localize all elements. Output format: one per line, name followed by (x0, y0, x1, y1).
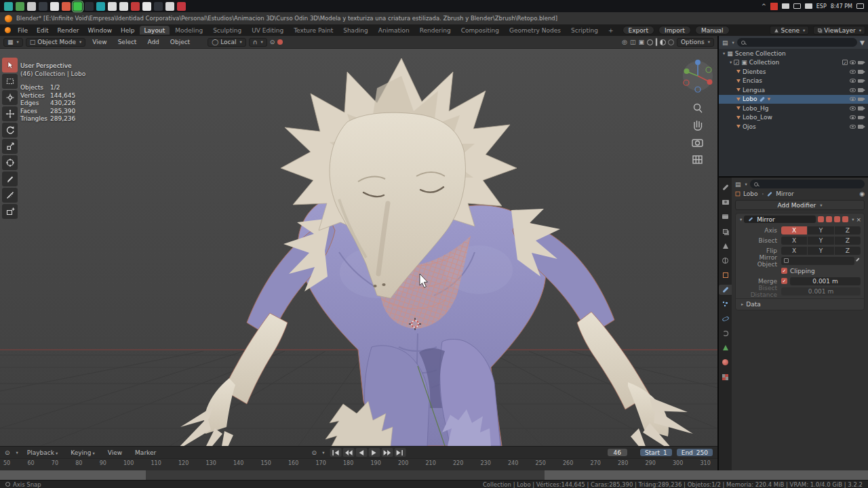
language-indicator[interactable]: ESP (816, 3, 827, 9)
eyedropper-icon[interactable] (855, 258, 861, 264)
workspace-tab-modeling[interactable]: Modeling (170, 26, 208, 35)
axis-z-toggle[interactable]: Z (835, 226, 861, 235)
workspace-tab-layout[interactable]: Layout (140, 26, 170, 35)
add-modifier-dropdown[interactable]: Add Modifier▾ (735, 200, 865, 210)
merge-checkbox[interactable]: ✓ (781, 278, 787, 284)
menu-help[interactable]: Help (117, 26, 139, 35)
rendered-shading-icon[interactable] (668, 39, 674, 45)
mirror-object-field[interactable] (781, 257, 854, 265)
taskbar-app-icon[interactable] (165, 2, 174, 11)
manual-toggle[interactable]: Manual (695, 26, 730, 35)
xray-toggle-icon[interactable]: ▣ (638, 39, 644, 45)
jump-to-start-button[interactable] (330, 448, 341, 457)
hide-eye-icon[interactable] (850, 60, 856, 64)
snap-toggle[interactable]: ∩▾ (249, 38, 267, 47)
taskbar-app-icon-active[interactable] (73, 2, 82, 11)
outliner-editor-chevron[interactable]: ▾ (732, 40, 734, 45)
render-visibility-icon[interactable] (858, 125, 863, 129)
wireframe-shading-icon[interactable] (647, 39, 653, 45)
outliner-row-object[interactable]: Lobo_Low (719, 113, 868, 123)
play-button[interactable] (368, 448, 380, 457)
taskbar-app-icon[interactable] (142, 2, 151, 11)
tab-texture-icon[interactable] (719, 372, 732, 382)
current-frame-field[interactable]: 46 (608, 449, 627, 456)
menu-file[interactable]: File (14, 26, 32, 35)
hide-eye-icon[interactable] (850, 79, 856, 83)
tool-select-box-button[interactable] (2, 74, 18, 89)
workspace-tab-scripting[interactable]: Scripting (566, 26, 603, 35)
taskbar-app-icon[interactable] (96, 2, 105, 11)
workspace-tab-texture-paint[interactable]: Texture Paint (289, 26, 338, 35)
proportional-edit-icon[interactable]: ⊙ (270, 39, 275, 45)
menu-edit[interactable]: Edit (33, 26, 52, 35)
render-visibility-icon[interactable] (858, 70, 863, 74)
show-gizmo-icon[interactable]: ◎ (622, 39, 627, 45)
frame-end-field[interactable]: End250 (677, 449, 713, 456)
pan-hand-icon[interactable] (694, 121, 702, 130)
export-button[interactable]: Export (623, 26, 654, 35)
outliner-row-object-selected[interactable]: Lobo (719, 95, 868, 104)
camera-view-icon[interactable] (692, 140, 703, 146)
taskbar-app-icon[interactable] (131, 2, 140, 11)
modifier-name-field[interactable]: Mirror (744, 216, 816, 223)
render-visibility-icon[interactable] (858, 116, 863, 120)
frame-start-field[interactable]: Start1 (640, 449, 672, 456)
orientation-gizmo[interactable] (683, 60, 713, 92)
hide-eye-icon[interactable] (850, 88, 856, 92)
workspace-tab-shading[interactable]: Shading (338, 26, 373, 35)
import-button[interactable]: Import (658, 26, 691, 35)
tool-move-button[interactable] (2, 106, 18, 121)
menu-render[interactable]: Render (54, 26, 83, 35)
tray-network-icon[interactable] (805, 3, 812, 9)
app-menu-icon[interactable] (5, 27, 11, 33)
scene-selector[interactable]: Scene▾ (770, 26, 810, 35)
hide-eye-icon[interactable] (850, 97, 856, 101)
notification-icon[interactable] (856, 3, 864, 9)
toggle-cage-icon[interactable] (842, 216, 848, 222)
viewlayer-selector[interactable]: ViewLayer▾ (813, 26, 865, 35)
timeline-ruler[interactable]: 50 60 70 80 90 100 110 120 130 140 150 1… (0, 458, 717, 470)
tray-app-icon[interactable] (770, 3, 778, 10)
outliner-filter-icon[interactable]: ▼ (860, 39, 865, 46)
disclosure-icon[interactable]: ▾ (730, 60, 732, 65)
data-section-header[interactable]: ▸ Data (736, 298, 864, 308)
workspace-tab-compositing[interactable]: Compositing (456, 26, 504, 35)
menu-object[interactable]: Object (166, 38, 194, 46)
modifier-extras-icon[interactable]: ▾ (852, 217, 854, 222)
hide-eye-icon[interactable] (850, 115, 856, 119)
outliner-row-scene-collection[interactable]: ▾ ▦ Scene Collection (719, 49, 868, 58)
3d-viewport-canvas[interactable] (0, 49, 717, 446)
taskbar-app-icon[interactable] (62, 2, 71, 11)
flip-z-toggle[interactable]: Z (835, 247, 861, 255)
menu-view-timeline[interactable]: View (104, 449, 126, 457)
outliner-row-object[interactable]: Ojos (719, 122, 868, 131)
taskbar-app-icon[interactable] (85, 2, 94, 11)
proportional-falloff-icon[interactable] (277, 39, 283, 45)
pin-icon[interactable]: ◉ (859, 190, 865, 197)
tab-render-icon[interactable] (719, 197, 732, 207)
menu-marker[interactable]: Marker (131, 449, 160, 457)
toggle-realtime-icon[interactable] (826, 216, 832, 222)
workspace-tab-uv-editing[interactable]: UV Editing (247, 26, 288, 35)
taskbar-app-icon[interactable] (177, 2, 186, 11)
tool-cursor-button[interactable] (2, 90, 18, 105)
mode-selector[interactable]: □Object Mode▾ (26, 38, 85, 47)
breadcrumb-modifier[interactable]: Mirror (776, 190, 794, 197)
taskbar-app-icon[interactable] (119, 2, 128, 11)
menu-add[interactable]: Add (143, 38, 163, 46)
outliner-row-object[interactable]: Dientes (719, 67, 868, 77)
render-visibility-icon[interactable] (858, 61, 863, 65)
properties-editor-icon[interactable]: ▤ (735, 181, 741, 188)
transform-orientation-selector[interactable]: ◯Local▾ (208, 38, 246, 47)
tray-expand-icon[interactable]: ^ (762, 3, 766, 9)
properties-search-input[interactable] (750, 180, 865, 188)
tab-constraints-icon[interactable] (719, 328, 732, 338)
clipping-checkbox[interactable]: ✓ (781, 268, 787, 274)
menu-view[interactable]: View (88, 38, 111, 46)
hide-eye-icon[interactable] (850, 106, 856, 110)
tab-view-layer-icon[interactable] (719, 226, 732, 237)
auto-keying-icon[interactable]: ⊙ (312, 449, 317, 456)
zoom-icon[interactable] (694, 104, 703, 113)
tray-volume-icon[interactable] (793, 3, 801, 9)
workspace-tab-animation[interactable]: Animation (374, 26, 414, 35)
